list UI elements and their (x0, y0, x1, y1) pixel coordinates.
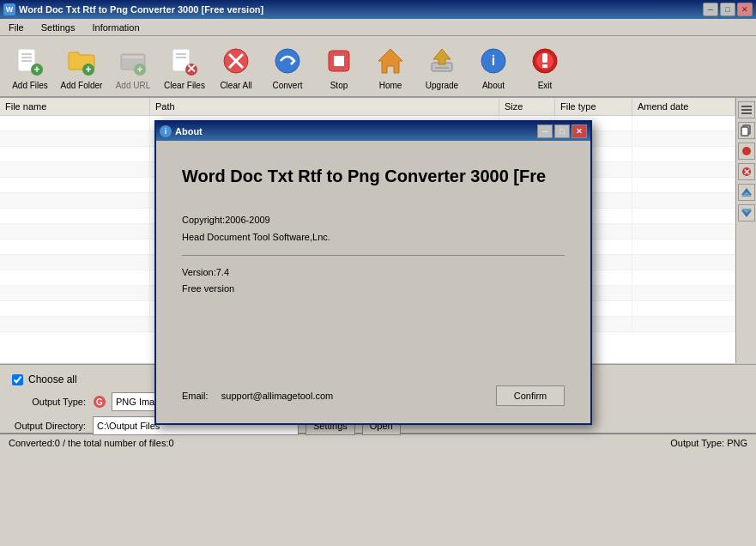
dialog-email-row: Email: support@allimagetool.com (182, 391, 333, 401)
dialog-email-label: Email: (182, 391, 209, 401)
confirm-button[interactable]: Confirm (496, 385, 565, 406)
about-dialog: i About ─ □ ✕ Word Doc Txt Rtf to Png Co… (154, 120, 592, 425)
dialog-title-buttons: ─ □ ✕ (537, 124, 587, 138)
dialog-version: Version:7.4 (182, 264, 565, 282)
dialog-info: Copyright:2006-2009 Head Document Tool S… (182, 212, 565, 246)
dialog-maximize-button[interactable]: □ (554, 124, 570, 138)
dialog-title-bar: i About ─ □ ✕ (156, 122, 590, 141)
dialog-overlay: i About ─ □ ✕ Word Doc Txt Rtf to Png Co… (0, 0, 756, 546)
dialog-close-button[interactable]: ✕ (572, 124, 587, 138)
dialog-footer: Email: support@allimagetool.com Confirm (182, 377, 565, 406)
dialog-divider (182, 255, 565, 256)
dialog-version-info: Version:7.4 Free version (182, 264, 565, 299)
dialog-title: About (175, 126, 203, 136)
dialog-edition: Free version (182, 281, 565, 298)
dialog-icon: i (160, 125, 172, 137)
dialog-app-name: Word Doc Txt Rtf to Png Converter 3000 [… (182, 167, 565, 186)
dialog-copyright: Copyright:2006-2009 (182, 212, 565, 229)
dialog-title-left: i About (160, 125, 203, 137)
dialog-email-value: support@allimagetool.com (221, 391, 333, 401)
dialog-company: Head Document Tool Software,Lnc. (182, 229, 565, 246)
dialog-body: Word Doc Txt Rtf to Png Converter 3000 [… (156, 141, 590, 423)
dialog-minimize-button[interactable]: ─ (537, 124, 553, 138)
